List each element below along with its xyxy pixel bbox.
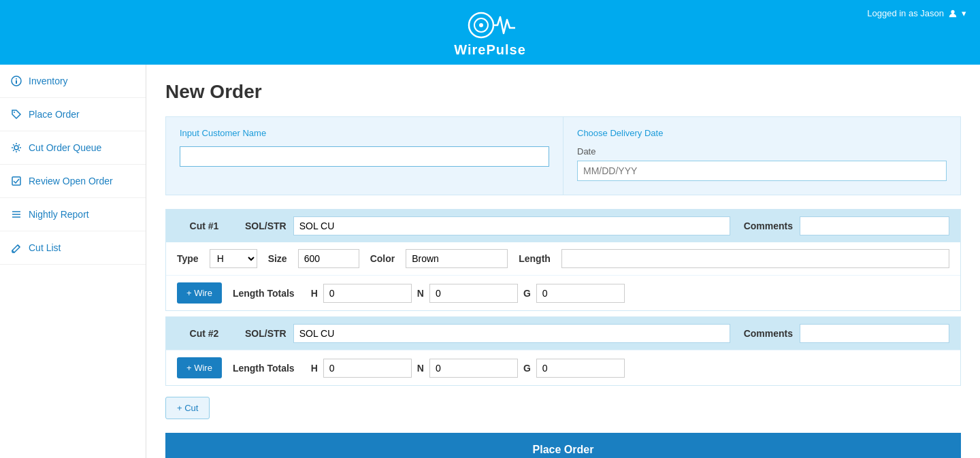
sidebar-item-inventory[interactable]: Inventory <box>0 65 146 98</box>
cut-1-h-label: H <box>311 288 318 299</box>
cut-2-comments-group: Comments <box>744 324 949 343</box>
cut-1-number: Cut #1 <box>177 220 231 231</box>
cut-2-sol-group: SOL/STR <box>245 324 730 343</box>
cut-1-type-select[interactable]: H N G <box>210 249 257 268</box>
cut-1-type-label: Type <box>177 253 199 264</box>
customer-name-input[interactable] <box>180 146 549 167</box>
settings-icon <box>11 142 22 153</box>
logo-icon <box>459 7 521 45</box>
svg-rect-5 <box>16 80 17 84</box>
sidebar-label-inventory: Inventory <box>29 76 68 86</box>
sidebar-item-place-order[interactable]: Place Order <box>0 98 146 131</box>
svg-point-6 <box>16 78 17 80</box>
order-top-section: Input Customer Name Choose Delivery Date… <box>165 116 961 195</box>
user-menu[interactable]: Logged in as Jason ▾ <box>867 8 966 18</box>
cut-2-comments-label: Comments <box>744 328 793 339</box>
cut-1-size-label: Size <box>268 253 287 264</box>
cut-2-totals-row: + Wire Length Totals H N G <box>166 350 960 385</box>
cut-1-comments-label: Comments <box>744 220 793 231</box>
cut-1-n-input[interactable] <box>429 284 518 303</box>
cut-1-sol-input[interactable] <box>293 216 730 235</box>
cut-1-sol-label: SOL/STR <box>245 220 287 231</box>
cut-2-sol-label: SOL/STR <box>245 328 287 339</box>
cut-2-totals-label: Length Totals <box>233 363 295 374</box>
logo: WirePulse <box>454 7 526 58</box>
delivery-date-input[interactable] <box>577 161 947 181</box>
cut-2-g-input[interactable] <box>536 359 625 378</box>
pencil-icon <box>11 242 22 253</box>
delivery-section: Choose Delivery Date Date <box>564 117 960 195</box>
svg-line-13 <box>18 245 20 247</box>
cut-1-totals-label: Length Totals <box>233 288 295 299</box>
delivery-label: Choose Delivery Date <box>577 128 947 138</box>
sidebar-item-cut-list[interactable]: Cut List <box>0 231 146 265</box>
cut-1-sol-group: SOL/STR <box>245 216 730 235</box>
header: WirePulse Logged in as Jason ▾ <box>0 0 980 65</box>
customer-label: Input Customer Name <box>180 128 549 138</box>
cut-2-g-label: G <box>523 363 531 374</box>
sidebar-item-cut-order-queue[interactable]: Cut Order Queue <box>0 131 146 165</box>
dropdown-icon: ▾ <box>962 8 966 18</box>
cut-1-g-input[interactable] <box>536 284 625 303</box>
cut-2-add-wire-button[interactable]: + Wire <box>177 357 222 378</box>
cut-2-block: Cut #2 SOL/STR Comments + Wire Length To… <box>165 316 961 386</box>
svg-point-3 <box>951 10 954 13</box>
cut-1-add-wire-button[interactable]: + Wire <box>177 282 222 304</box>
cut-2-n-label: N <box>417 363 424 374</box>
sidebar-item-nightly-report[interactable]: Nightly Report <box>0 198 146 231</box>
sidebar-label-cut-order-queue: Cut Order Queue <box>29 142 101 153</box>
cut-1-color-label: Color <box>370 253 395 264</box>
cut-2-totals-group: H N G <box>311 359 949 378</box>
cut-2-h-input[interactable] <box>323 359 412 378</box>
cut-2-n-input[interactable] <box>429 359 518 378</box>
place-order-button[interactable]: Place Order <box>165 433 961 458</box>
svg-point-2 <box>479 23 483 27</box>
add-cut-button[interactable]: + Cut <box>165 397 210 419</box>
cut-1-comments-input[interactable] <box>800 216 949 235</box>
cut-1-size-input[interactable] <box>298 249 359 268</box>
sidebar-item-review-open-order[interactable]: Review Open Order <box>0 165 146 198</box>
user-icon <box>948 9 958 18</box>
sidebar-label-review-open-order: Review Open Order <box>29 176 113 186</box>
cut-1-header: Cut #1 SOL/STR Comments <box>166 210 960 242</box>
sidebar: Inventory Place Order Cut Order Queue Re… <box>0 65 146 458</box>
date-label: Date <box>577 146 947 157</box>
cut-2-number: Cut #2 <box>177 328 231 339</box>
cut-1-totals-group: H N G <box>311 284 949 303</box>
logo-text: WirePulse <box>454 42 526 58</box>
main-content: New Order Input Customer Name Choose Del… <box>146 65 980 458</box>
cut-1-h-input[interactable] <box>323 284 412 303</box>
cut-1-block: Cut #1 SOL/STR Comments Type H N G S <box>165 209 961 311</box>
tag-icon <box>11 109 22 120</box>
cut-1-wire-row: Type H N G Size Color Length <box>166 242 960 275</box>
cut-1-length-label: Length <box>519 253 551 264</box>
cut-2-comments-input[interactable] <box>800 324 949 343</box>
user-label: Logged in as Jason <box>867 8 944 18</box>
sidebar-label-cut-list: Cut List <box>29 242 61 253</box>
cut-1-length-input[interactable] <box>561 249 949 268</box>
page-title: New Order <box>165 81 961 103</box>
info-icon <box>11 76 22 86</box>
check-icon <box>11 176 22 186</box>
cut-1-comments-group: Comments <box>744 216 949 235</box>
svg-rect-9 <box>12 177 20 185</box>
svg-point-7 <box>14 112 15 113</box>
cut-1-g-label: G <box>523 288 531 299</box>
cut-1-n-label: N <box>417 288 424 299</box>
svg-point-8 <box>14 146 18 150</box>
layout: Inventory Place Order Cut Order Queue Re… <box>0 65 980 458</box>
cut-1-color-input[interactable] <box>406 249 508 268</box>
cut-2-h-label: H <box>311 363 318 374</box>
customer-section: Input Customer Name <box>166 117 564 195</box>
cut-2-sol-input[interactable] <box>293 324 730 343</box>
cut-1-totals-row: + Wire Length Totals H N G <box>166 275 960 310</box>
sidebar-label-nightly-report: Nightly Report <box>29 209 89 220</box>
list-icon <box>11 209 22 220</box>
sidebar-label-place-order: Place Order <box>29 109 80 120</box>
cut-2-header: Cut #2 SOL/STR Comments <box>166 317 960 350</box>
